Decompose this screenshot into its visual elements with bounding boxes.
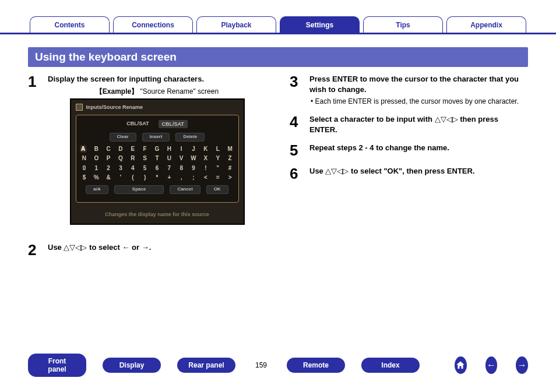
page-number: 159 <box>252 361 270 369</box>
step-1: 1 Display the screen for inputting chara… <box>28 74 266 234</box>
step-2-text: Use △▽◁▷ to select ← or →. <box>48 242 266 257</box>
top-tab-bar: Contents Connections Playback Settings T… <box>0 0 556 34</box>
tab-settings[interactable]: Settings <box>280 16 360 33</box>
step-2: 2 Use △▽◁▷ to select ← or →. <box>28 242 266 257</box>
screen-label-selected: CBL/SAT <box>159 120 188 128</box>
dpad-icons: △▽◁▷ <box>64 243 87 252</box>
step-5-text: Repeat steps 2 - 4 to change the name. <box>309 143 528 158</box>
screen-btn-ok: OK <box>206 185 228 194</box>
prev-page-icon[interactable]: ← <box>485 356 498 374</box>
content-columns: 1 Display the screen for inputting chara… <box>0 74 556 266</box>
keyboard-screen-mock: Inputs/Source Rename CBL/SAT CBL/SAT Cle… <box>70 98 245 225</box>
step-4-text: Select a character to be input with △▽◁▷… <box>309 114 528 135</box>
step-number: 2 <box>28 242 40 257</box>
next-page-icon[interactable]: → <box>516 356 528 374</box>
step-number: 1 <box>28 74 40 234</box>
screen-btn-cancel: Cancel <box>170 185 200 194</box>
screen-keyboard-grid: ABCDEFGHIJKLM NOPQRSTUVWXYZ 0123456789!"… <box>80 145 235 182</box>
screen-btn-clear: Clear <box>110 133 136 142</box>
screen-btn-case: a/A <box>86 185 108 194</box>
section-header: Using the keyboard screen <box>28 47 528 67</box>
step-3-text: Press ENTER to move the cursor to the ch… <box>309 75 519 94</box>
tab-contents[interactable]: Contents <box>30 16 110 33</box>
footer-index[interactable]: Index <box>361 358 420 373</box>
step-1-text: Display the screen for inputting charact… <box>48 75 204 83</box>
step-number: 3 <box>290 74 301 106</box>
tab-playback[interactable]: Playback <box>196 16 276 33</box>
key-A: A <box>80 145 87 153</box>
step-5: 5 Repeat steps 2 - 4 to change the name. <box>290 143 528 158</box>
footer-front-panel[interactable]: Front panel <box>28 354 86 377</box>
example-prefix: 【Example】 <box>96 87 138 96</box>
step-6: 6 Use △▽◁▷ to select "OK", then press EN… <box>290 166 528 181</box>
left-column: 1 Display the screen for inputting chara… <box>28 74 266 266</box>
step-number: 4 <box>290 114 301 135</box>
right-column: 3 Press ENTER to move the cursor to the … <box>290 74 528 266</box>
footer-rear-panel[interactable]: Rear panel <box>177 358 235 373</box>
screen-btn-space: Space <box>114 185 164 194</box>
step-number: 5 <box>290 143 301 158</box>
dpad-icons: △▽◁▷ <box>435 115 458 123</box>
step-3: 3 Press ENTER to move the cursor to the … <box>290 74 528 106</box>
right-arrow-icon: → <box>142 243 149 252</box>
screen-footer-text: Changes the display name for this source <box>73 205 241 221</box>
dpad-icons: △▽◁▷ <box>325 167 349 175</box>
screen-title: Inputs/Source Rename <box>86 104 143 111</box>
screen-title-icon <box>76 104 83 111</box>
step-number: 6 <box>290 166 301 181</box>
step-text: Display the screen for inputting charact… <box>48 74 266 234</box>
footer-bar: Front panel Display Rear panel 159 Remot… <box>0 354 556 377</box>
tab-appendix[interactable]: Appendix <box>446 16 526 33</box>
step-4: 4 Select a character to be input with △▽… <box>290 114 528 135</box>
footer-display[interactable]: Display <box>103 358 161 373</box>
home-icon[interactable] <box>455 356 467 374</box>
left-arrow-icon: ← <box>122 243 129 252</box>
step-3-note: • Each time ENTER is pressed, the cursor… <box>309 97 528 106</box>
example-name: "Source Rename" screen <box>140 87 219 96</box>
step-6-text: Use △▽◁▷ to select "OK", then press ENTE… <box>309 166 528 181</box>
tab-connections[interactable]: Connections <box>113 16 193 33</box>
screen-btn-delete: Delete <box>175 133 205 142</box>
screen-btn-insert: Insert <box>142 133 170 142</box>
screen-label-left: CBL/SAT <box>126 120 149 128</box>
tab-tips[interactable]: Tips <box>363 16 443 33</box>
footer-remote[interactable]: Remote <box>287 358 345 373</box>
